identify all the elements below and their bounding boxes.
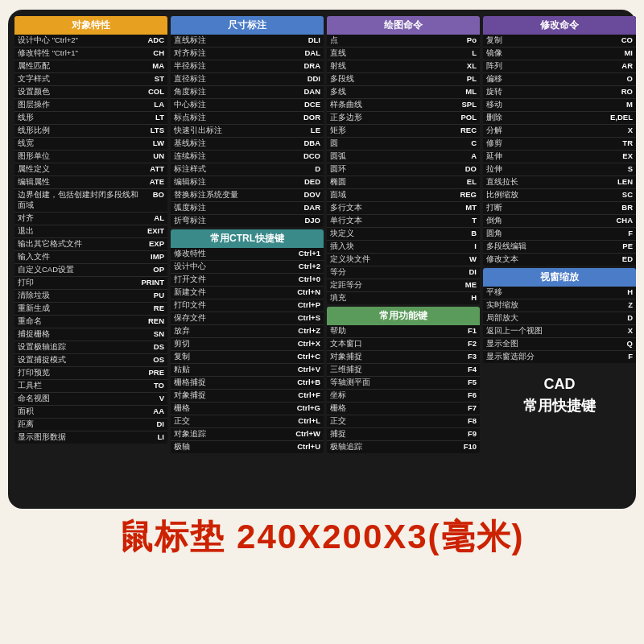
table-row: 设置极轴追踪DS <box>14 341 167 354</box>
table-row: 填充H <box>327 292 480 304</box>
table-row: 工具栏TO <box>14 380 167 393</box>
row-code: Ctrl+X <box>298 339 320 349</box>
row-label: 设置捕捉模式 <box>18 355 66 365</box>
row-code: PU <box>142 291 164 301</box>
table-row: 打印预览PRE <box>14 367 167 380</box>
row-code: EX <box>610 151 633 162</box>
row-code: EXIT <box>142 226 164 237</box>
row-label: 直线拉长 <box>486 177 518 188</box>
row-label: 设计中心 "Ctrl+2" <box>18 35 78 46</box>
row-code: S <box>610 164 633 175</box>
table-row: 对齐AL <box>14 213 167 225</box>
row-label: 显示图形数据 <box>18 432 66 443</box>
row-label: 椭圆 <box>330 177 346 188</box>
row-label: 弧度标注 <box>174 203 206 213</box>
row-label: 等轴测平面 <box>330 378 370 388</box>
table-row: 距离DI <box>14 419 167 431</box>
table-row: 三维捕捉F4 <box>327 364 480 377</box>
table-row: 倒角CHA <box>483 215 636 228</box>
row-code: CH <box>142 48 164 59</box>
row-code: COL <box>142 87 164 97</box>
row-code: AL <box>142 213 164 224</box>
table-row: 等轴测平面F5 <box>327 377 480 390</box>
row-code: PRINT <box>142 278 165 288</box>
col-2: 尺寸标注 直线标注DLI对齐标注DAL半径标注DRA直径标注DDI角度标注DAN… <box>171 16 324 502</box>
table-row: 替换标注系统变量DOV <box>171 189 324 202</box>
table-row: 剪切Ctrl+X <box>171 338 324 351</box>
row-code: CO <box>610 35 633 46</box>
table-row: 放弃Ctrl+Z <box>171 325 324 338</box>
row-code: MA <box>142 61 164 72</box>
row-code: F2 <box>454 339 477 349</box>
row-label: 命名视图 <box>18 394 50 404</box>
row-label: 直线标注 <box>174 35 206 46</box>
row-code: EXP <box>142 239 164 250</box>
section-draw: 绘图命令 点Po直线L射线XL多段线PL多线ML样条曲线SPL正多边形POL矩形… <box>327 16 480 304</box>
row-code: X <box>610 126 633 136</box>
object-props-rows: 设计中心 "Ctrl+2"ADC修改特性 "Ctrl+1"CH属性匹配MA文字样… <box>14 35 167 444</box>
row-code: LA <box>142 100 164 110</box>
row-label: 设计中心 <box>174 262 206 272</box>
window-zoom-rows: 平移H实时缩放Z局部放大D返回上一个视图X显示全图Q显示窗选部分F <box>483 287 636 363</box>
row-label: 打印预览 <box>18 368 50 378</box>
row-label: 返回上一个视图 <box>486 326 543 336</box>
table-row: 输入文件IMP <box>14 251 167 264</box>
row-label: 线形 <box>18 113 34 123</box>
table-row: 清除垃圾PU <box>14 290 167 303</box>
table-row: 显示全图Q <box>483 338 636 351</box>
row-code: DCO <box>298 151 320 162</box>
row-label: 圆 <box>330 138 338 149</box>
header-window-zoom: 视窗缩放 <box>483 268 636 287</box>
table-row: 修改特性 "Ctrl+1"CH <box>14 47 167 60</box>
row-code: ATT <box>142 164 164 175</box>
row-label: 块定义 <box>330 229 354 239</box>
table-row: 退出EXIT <box>14 225 167 238</box>
col-4: 修改命令 复制CO镜像MI阵列AR偏移O旋转RO移动M删除E,DEL分解X修剪T… <box>483 16 636 502</box>
row-code: ED <box>610 254 633 265</box>
row-label: 分解 <box>486 126 502 136</box>
row-label: 半径标注 <box>174 61 206 72</box>
row-code: REG <box>454 190 477 200</box>
table-row: 图层操作LA <box>14 99 167 112</box>
row-code: ADC <box>142 35 164 46</box>
row-code: DDI <box>298 74 320 85</box>
row-label: 属性匹配 <box>18 61 50 72</box>
row-code: ATE <box>142 177 164 188</box>
table-row: 边界创建，包括创建封闭多段线和面域BO <box>14 189 167 213</box>
row-code: REN <box>142 316 164 327</box>
table-row: 对象捕捉F3 <box>327 351 480 364</box>
mousepad: 对象特性 设计中心 "Ctrl+2"ADC修改特性 "Ctrl+1"CH属性匹配… <box>8 10 636 509</box>
row-code: Ctrl+F <box>298 390 320 401</box>
row-code: IMP <box>142 252 164 262</box>
table-row: 定义块文件W <box>327 254 480 266</box>
table-row: 打开文件Ctrl+0 <box>171 274 324 287</box>
table-row: 线形比例LTS <box>14 125 167 138</box>
row-code: H <box>610 287 633 298</box>
row-label: 粘贴 <box>174 365 190 375</box>
table-row: 保存文件Ctrl+S <box>171 312 324 325</box>
row-code: PL <box>454 74 477 85</box>
row-code: F4 <box>454 365 477 375</box>
row-label: 复制 <box>486 35 502 46</box>
row-label: 局部放大 <box>486 313 518 324</box>
table-row: 坐标F6 <box>327 390 480 402</box>
row-code: Ctrl+V <box>298 365 320 375</box>
table-row: 帮助F1 <box>327 325 480 338</box>
row-code: F6 <box>454 390 477 401</box>
row-code: DOV <box>298 190 320 200</box>
row-code: DCE <box>298 100 320 110</box>
row-label: 填充 <box>330 293 346 303</box>
bottom-title: 鼠标垫 240X200X3(毫米) <box>119 517 524 557</box>
table-row: 偏移O <box>483 73 636 86</box>
row-code: Ctrl+W <box>295 429 320 440</box>
row-label: 帮助 <box>330 326 346 336</box>
table-row: 图形单位UN <box>14 151 167 163</box>
section-modify: 修改命令 复制CO镜像MI阵列AR偏移O旋转RO移动M删除E,DEL分解X修剪T… <box>483 16 636 266</box>
row-code: DI <box>142 419 164 430</box>
row-code: Ctrl+1 <box>298 249 320 259</box>
table-row: 块定义B <box>327 228 480 241</box>
row-code: Ctrl+P <box>298 300 320 311</box>
row-code: MI <box>610 48 633 59</box>
row-label: 显示全图 <box>486 339 518 349</box>
row-code: F1 <box>454 326 477 336</box>
